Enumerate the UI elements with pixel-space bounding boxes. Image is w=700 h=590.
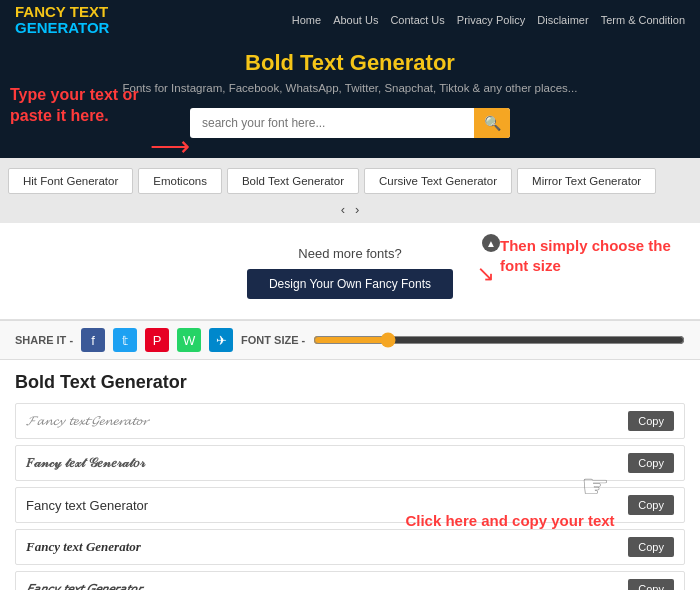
bold-section-title: Bold Text Generator (15, 372, 685, 393)
share-pinterest-button[interactable]: P (145, 328, 169, 352)
nav-link-privacy-policy[interactable]: Privacy Policy (457, 14, 525, 26)
fancy-text-row-4: Fancy text Generator (26, 539, 628, 555)
arrow-down-annotation: ↙ (477, 261, 495, 287)
type-hint-annotation: Type your text or paste it here. (10, 85, 180, 127)
table-row: 𝘍𝘢𝘯𝘤𝘺 𝘵𝘦𝘹𝘵 𝘎𝘦𝘯𝘦𝘳𝘢𝘵𝘰𝘳 Copy (15, 571, 685, 590)
search-button[interactable]: 🔍 (474, 108, 510, 138)
nav-link-term-&-condition[interactable]: Term & Condition (601, 14, 685, 26)
nav-btn-cursive-text-generator[interactable]: Cursive Text Generator (364, 168, 512, 194)
share-telegram-button[interactable]: ✈ (209, 328, 233, 352)
nav-btn-emoticons[interactable]: Emoticons (138, 168, 222, 194)
logo-fancy: FANCY TEXT (15, 4, 109, 21)
table-row: Fancy text Generator Copy (15, 529, 685, 565)
copy-button-1[interactable]: Copy (628, 411, 674, 431)
hero-section: Type your text or paste it here. ⟶ Bold … (0, 40, 700, 158)
nav-btn-hit-font-generator[interactable]: Hit Font Generator (8, 168, 133, 194)
arrow-right-annotation: ⟶ (150, 130, 190, 163)
nav-next-arrow[interactable]: › (352, 202, 362, 217)
copy-button-5[interactable]: Copy (628, 579, 674, 590)
nav-link-contact-us[interactable]: Contact Us (390, 14, 444, 26)
share-label: SHARE IT - (15, 334, 73, 346)
separator (0, 223, 700, 231)
share-font-bar: SHARE IT - f 𝕥 P W ✈ FONT SIZE - (0, 320, 700, 360)
nav-buttons-bar: Hit Font GeneratorEmoticonsBold Text Gen… (0, 158, 700, 223)
font-size-label: FONT SIZE - (241, 334, 305, 346)
fancy-text-row-5: 𝘍𝘢𝘯𝘤𝘺 𝘵𝘦𝘹𝘵 𝘎𝘦𝘯𝘦𝘳𝘢𝘵𝘰𝘳 (26, 581, 628, 590)
hint-dot: ▲ (482, 234, 500, 252)
logo: FANCY TEXT GENERATOR (15, 4, 109, 37)
logo-generator: GENERATOR (15, 20, 109, 37)
font-size-slider[interactable] (313, 332, 685, 348)
search-input[interactable] (190, 108, 510, 138)
choose-hint-annotation: Then simply choose the font size (500, 236, 690, 275)
nav-prev-arrow[interactable]: ‹ (338, 202, 348, 217)
copy-button-3[interactable]: Copy (628, 495, 674, 515)
fancy-text-row-1: 𝓕𝓪𝓷𝓬𝔂 𝓽𝓮𝔁𝓽 𝓖𝓮𝓷𝓮𝓻𝓪𝓽𝓸𝓻 (26, 413, 628, 429)
top-nav: HomeAbout UsContact UsPrivacy PolicyDisc… (292, 14, 685, 26)
share-whatsapp-button[interactable]: W (177, 328, 201, 352)
header: FANCY TEXT GENERATOR HomeAbout UsContact… (0, 0, 700, 40)
copy-button-4[interactable]: Copy (628, 537, 674, 557)
nav-btn-mirror-text-generator[interactable]: Mirror Text Generator (517, 168, 656, 194)
cursor-hand-icon: ☞ (581, 467, 610, 505)
middle-section: Need more fonts? Design Your Own Fancy F… (0, 231, 700, 320)
nav-link-home[interactable]: Home (292, 14, 321, 26)
search-container: 🔍 (190, 108, 510, 138)
design-fonts-button[interactable]: Design Your Own Fancy Fonts (247, 269, 453, 299)
content-wrapper: Need more fonts? Design Your Own Fancy F… (0, 231, 700, 590)
share-facebook-button[interactable]: f (81, 328, 105, 352)
fancy-text-row-2: 𝐹𝒶𝓃𝒸𝓎 𝓉𝑒𝓍𝓉 𝒢𝑒𝓃𝑒𝓇𝒶𝓉𝑜𝓇 (26, 455, 628, 471)
font-size-section: FONT SIZE - (241, 332, 685, 348)
table-row: 𝓕𝓪𝓷𝓬𝔂 𝓽𝓮𝔁𝓽 𝓖𝓮𝓷𝓮𝓻𝓪𝓽𝓸𝓻 Copy (15, 403, 685, 439)
nav-btn-bold-text-generator[interactable]: Bold Text Generator (227, 168, 359, 194)
share-twitter-button[interactable]: 𝕥 (113, 328, 137, 352)
copy-button-2[interactable]: Copy (628, 453, 674, 473)
nav-arrows: ‹ › (8, 199, 692, 217)
click-hint-annotation: Click here and copy your text (400, 511, 620, 531)
nav-link-about-us[interactable]: About Us (333, 14, 378, 26)
nav-link-disclaimer[interactable]: Disclaimer (537, 14, 588, 26)
hero-title: Bold Text Generator (20, 50, 680, 76)
